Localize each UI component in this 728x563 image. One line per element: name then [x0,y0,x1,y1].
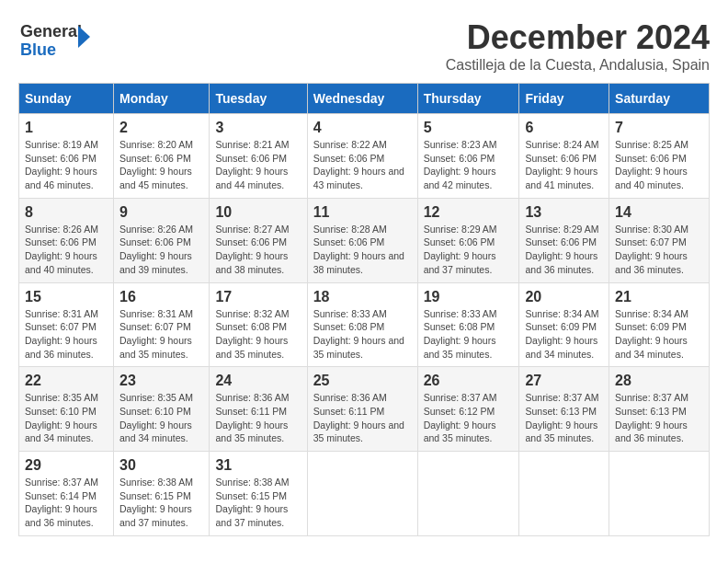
page-header: GeneralBlue December 2024 Castilleja de … [18,18,710,74]
day-info: Sunrise: 8:36 AMSunset: 6:11 PMDaylight:… [215,391,301,445]
calendar-cell: 14Sunrise: 8:30 AMSunset: 6:07 PMDayligh… [609,198,710,282]
day-number: 30 [119,457,203,474]
calendar-cell: 12Sunrise: 8:29 AMSunset: 6:06 PMDayligh… [417,198,519,282]
calendar-cell: 18Sunrise: 8:33 AMSunset: 6:08 PMDayligh… [307,282,417,367]
day-info: Sunrise: 8:38 AMSunset: 6:15 PMDaylight:… [119,476,203,530]
calendar-cell: 29Sunrise: 8:37 AMSunset: 6:14 PMDayligh… [19,452,114,536]
day-number: 26 [424,373,514,389]
calendar-cell: 25Sunrise: 8:36 AMSunset: 6:11 PMDayligh… [307,367,417,452]
day-info: Sunrise: 8:26 AMSunset: 6:06 PMDaylight:… [119,223,203,277]
calendar-cell: 31Sunrise: 8:38 AMSunset: 6:15 PMDayligh… [210,452,307,536]
calendar-cell: 17Sunrise: 8:32 AMSunset: 6:08 PMDayligh… [210,282,307,367]
calendar-cell: 13Sunrise: 8:29 AMSunset: 6:06 PMDayligh… [519,198,609,282]
day-info: Sunrise: 8:29 AMSunset: 6:06 PMDaylight:… [424,223,514,277]
day-info: Sunrise: 8:35 AMSunset: 6:10 PMDaylight:… [25,391,108,445]
calendar-cell: 5Sunrise: 8:23 AMSunset: 6:06 PMDaylight… [417,114,519,199]
day-number: 28 [615,373,703,389]
day-info: Sunrise: 8:28 AMSunset: 6:06 PMDaylight:… [313,223,412,277]
calendar-cell: 23Sunrise: 8:35 AMSunset: 6:10 PMDayligh… [114,367,210,452]
day-number: 17 [215,289,301,305]
header-day-monday: Monday [114,84,210,114]
day-number: 23 [119,373,203,389]
day-number: 8 [25,204,108,221]
logo: GeneralBlue [18,18,92,60]
calendar-cell: 8Sunrise: 8:26 AMSunset: 6:06 PMDaylight… [19,198,114,282]
day-number: 3 [215,120,301,136]
calendar-cell [307,452,417,536]
calendar-week-row: 1Sunrise: 8:19 AMSunset: 6:06 PMDaylight… [19,114,710,199]
day-info: Sunrise: 8:22 AMSunset: 6:06 PMDaylight:… [313,138,412,192]
day-info: Sunrise: 8:21 AMSunset: 6:06 PMDaylight:… [215,138,301,192]
day-number: 11 [313,204,412,221]
svg-marker-2 [78,26,90,48]
calendar-cell: 30Sunrise: 8:38 AMSunset: 6:15 PMDayligh… [114,452,210,536]
calendar-cell [417,452,519,536]
header-day-sunday: Sunday [19,84,114,114]
calendar-cell: 7Sunrise: 8:25 AMSunset: 6:06 PMDaylight… [609,114,710,199]
calendar-cell: 6Sunrise: 8:24 AMSunset: 6:06 PMDaylight… [519,114,609,199]
day-info: Sunrise: 8:20 AMSunset: 6:06 PMDaylight:… [119,138,203,192]
calendar-cell: 21Sunrise: 8:34 AMSunset: 6:09 PMDayligh… [609,282,710,367]
calendar-cell: 10Sunrise: 8:27 AMSunset: 6:06 PMDayligh… [210,198,307,282]
day-number: 31 [215,457,301,474]
calendar-week-row: 29Sunrise: 8:37 AMSunset: 6:14 PMDayligh… [19,452,710,536]
day-number: 1 [25,120,108,136]
header-day-saturday: Saturday [609,84,710,114]
logo-icon: GeneralBlue [18,18,92,60]
day-number: 6 [525,120,603,136]
day-info: Sunrise: 8:36 AMSunset: 6:11 PMDaylight:… [313,391,412,445]
calendar-cell: 16Sunrise: 8:31 AMSunset: 6:07 PMDayligh… [114,282,210,367]
day-number: 20 [525,289,603,305]
day-info: Sunrise: 8:37 AMSunset: 6:13 PMDaylight:… [615,391,703,445]
day-info: Sunrise: 8:32 AMSunset: 6:08 PMDaylight:… [215,307,301,362]
day-info: Sunrise: 8:37 AMSunset: 6:12 PMDaylight:… [424,391,514,445]
day-info: Sunrise: 8:23 AMSunset: 6:06 PMDaylight:… [424,138,514,192]
day-number: 27 [525,373,603,389]
svg-text:General: General [20,22,82,40]
day-info: Sunrise: 8:29 AMSunset: 6:06 PMDaylight:… [525,223,603,277]
calendar-week-row: 8Sunrise: 8:26 AMSunset: 6:06 PMDaylight… [19,198,710,282]
day-info: Sunrise: 8:30 AMSunset: 6:07 PMDaylight:… [615,223,703,277]
day-info: Sunrise: 8:19 AMSunset: 6:06 PMDaylight:… [25,138,108,192]
calendar-cell: 11Sunrise: 8:28 AMSunset: 6:06 PMDayligh… [307,198,417,282]
page-title: December 2024 [446,18,710,57]
day-number: 14 [615,204,703,221]
day-info: Sunrise: 8:26 AMSunset: 6:06 PMDaylight:… [25,223,108,277]
day-info: Sunrise: 8:31 AMSunset: 6:07 PMDaylight:… [25,307,108,362]
day-info: Sunrise: 8:37 AMSunset: 6:14 PMDaylight:… [25,476,108,530]
calendar-cell: 3Sunrise: 8:21 AMSunset: 6:06 PMDaylight… [210,114,307,199]
calendar-cell: 2Sunrise: 8:20 AMSunset: 6:06 PMDaylight… [114,114,210,199]
day-number: 2 [119,120,203,136]
day-number: 19 [424,289,514,305]
day-number: 22 [25,373,108,389]
calendar-week-row: 15Sunrise: 8:31 AMSunset: 6:07 PMDayligh… [19,282,710,367]
calendar-cell [519,452,609,536]
day-number: 5 [424,120,514,136]
header-day-friday: Friday [519,84,609,114]
calendar-cell: 9Sunrise: 8:26 AMSunset: 6:06 PMDaylight… [114,198,210,282]
svg-text:Blue: Blue [20,40,56,59]
day-number: 7 [615,120,703,136]
calendar-header-row: SundayMondayTuesdayWednesdayThursdayFrid… [19,84,710,114]
day-number: 18 [313,289,412,305]
day-number: 21 [615,289,703,305]
day-number: 13 [525,204,603,221]
title-section: December 2024 Castilleja de la Cuesta, A… [446,18,710,74]
day-info: Sunrise: 8:31 AMSunset: 6:07 PMDaylight:… [119,307,203,362]
day-number: 24 [215,373,301,389]
day-info: Sunrise: 8:33 AMSunset: 6:08 PMDaylight:… [313,307,412,362]
calendar-cell: 24Sunrise: 8:36 AMSunset: 6:11 PMDayligh… [210,367,307,452]
calendar-cell [609,452,710,536]
day-number: 16 [119,289,203,305]
calendar-cell: 1Sunrise: 8:19 AMSunset: 6:06 PMDaylight… [19,114,114,199]
day-number: 29 [25,457,108,474]
calendar-cell: 22Sunrise: 8:35 AMSunset: 6:10 PMDayligh… [19,367,114,452]
day-info: Sunrise: 8:35 AMSunset: 6:10 PMDaylight:… [119,391,203,445]
day-info: Sunrise: 8:27 AMSunset: 6:06 PMDaylight:… [215,223,301,277]
header-day-tuesday: Tuesday [210,84,307,114]
calendar-cell: 20Sunrise: 8:34 AMSunset: 6:09 PMDayligh… [519,282,609,367]
header-day-thursday: Thursday [417,84,519,114]
day-number: 9 [119,204,203,221]
day-info: Sunrise: 8:25 AMSunset: 6:06 PMDaylight:… [615,138,703,192]
day-number: 10 [215,204,301,221]
